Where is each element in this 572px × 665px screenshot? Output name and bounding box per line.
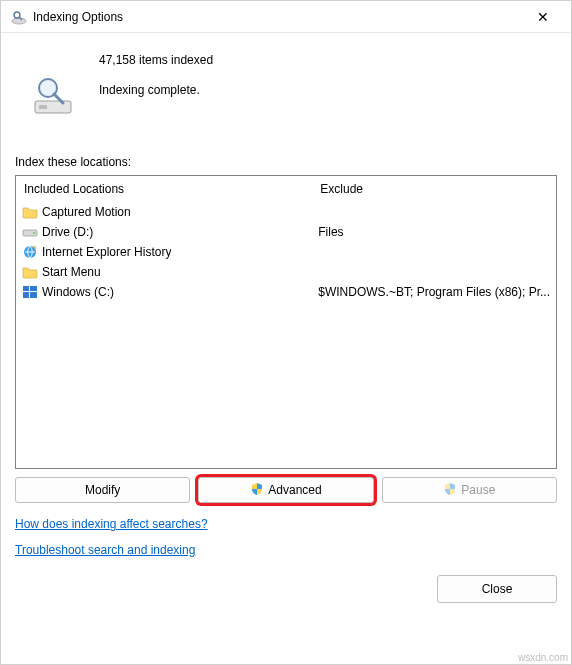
advanced-button-label: Advanced xyxy=(268,483,321,497)
footer: Close xyxy=(15,569,557,603)
windows-icon xyxy=(22,284,38,300)
action-buttons: Modify Advanced xyxy=(15,477,557,503)
modify-button-label: Modify xyxy=(85,483,120,497)
help-link-searches[interactable]: How does indexing affect searches? xyxy=(15,517,208,531)
exclude-value xyxy=(312,262,556,282)
shield-icon xyxy=(250,482,264,499)
location-name: Start Menu xyxy=(42,265,101,279)
table-row[interactable]: Internet Explorer History xyxy=(16,242,312,262)
indexed-count: 47,158 items indexed xyxy=(99,53,213,69)
exclude-value xyxy=(312,242,556,262)
location-name: Captured Motion xyxy=(42,205,131,219)
modify-button[interactable]: Modify xyxy=(15,477,190,503)
magnifier-drive-icon xyxy=(29,71,77,119)
indexing-state: Indexing complete. xyxy=(99,83,213,99)
svg-point-8 xyxy=(33,232,35,234)
exclude-value: Files xyxy=(312,222,556,242)
help-links: How does indexing affect searches? Troub… xyxy=(15,513,557,569)
window-title: Indexing Options xyxy=(33,10,521,24)
pause-button: Pause xyxy=(382,477,557,503)
drive-icon xyxy=(22,224,38,240)
table-row[interactable]: Drive (D:) xyxy=(16,222,312,242)
table-row[interactable]: Start Menu xyxy=(16,262,312,282)
close-button[interactable]: Close xyxy=(437,575,557,603)
ie-icon xyxy=(22,244,38,260)
titlebar: Indexing Options ✕ xyxy=(1,1,571,33)
status-row: 47,158 items indexed Indexing complete. xyxy=(15,53,557,119)
exclude-value: $WINDOWS.~BT; Program Files (x86); Pr... xyxy=(312,282,556,302)
indexing-options-window: Indexing Options ✕ 47,158 items indexed … xyxy=(0,0,572,665)
pause-button-label: Pause xyxy=(461,483,495,497)
content-area: 47,158 items indexed Indexing complete. … xyxy=(1,33,571,664)
locations-label: Index these locations: xyxy=(15,155,557,169)
status-text: 47,158 items indexed Indexing complete. xyxy=(99,53,213,112)
location-name: Internet Explorer History xyxy=(42,245,171,259)
shield-icon xyxy=(443,482,457,499)
svg-rect-4 xyxy=(39,105,47,109)
watermark: wsxdn.com xyxy=(518,652,568,663)
indexing-options-icon xyxy=(11,9,27,25)
svg-point-0 xyxy=(12,18,26,24)
svg-rect-12 xyxy=(23,292,29,298)
window-close-button[interactable]: ✕ xyxy=(521,2,565,32)
table-row[interactable]: Windows (C:) xyxy=(16,282,312,302)
locations-list: Included Locations Captured MotionDrive … xyxy=(15,175,557,469)
help-link-troubleshoot[interactable]: Troubleshoot search and indexing xyxy=(15,543,195,557)
column-header-exclude[interactable]: Exclude xyxy=(312,176,556,202)
exclude-value xyxy=(312,202,556,222)
table-row[interactable]: Captured Motion xyxy=(16,202,312,222)
column-header-included[interactable]: Included Locations xyxy=(16,176,312,202)
folder-icon xyxy=(22,204,38,220)
folder-icon xyxy=(22,264,38,280)
svg-rect-10 xyxy=(23,286,29,291)
advanced-button[interactable]: Advanced xyxy=(198,477,373,503)
close-button-label: Close xyxy=(482,582,513,596)
location-name: Drive (D:) xyxy=(42,225,93,239)
location-name: Windows (C:) xyxy=(42,285,114,299)
svg-rect-13 xyxy=(30,292,37,298)
svg-rect-11 xyxy=(30,286,37,291)
